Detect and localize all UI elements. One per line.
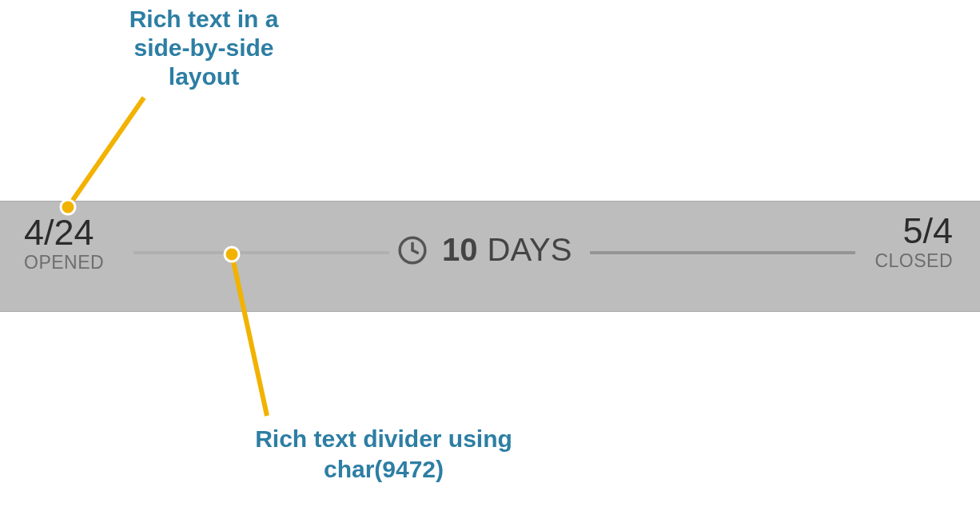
closed-label: CLOSED xyxy=(874,250,953,272)
leader-top xyxy=(68,98,144,207)
annotation-bottom: Rich text divider using char(9472) xyxy=(248,424,520,484)
annotation-top: Rich text in a side-by-side layout xyxy=(100,5,308,91)
duration-group: 10 DAYS xyxy=(397,232,572,268)
clock-icon xyxy=(397,235,428,265)
closed-date: 5/4 xyxy=(874,213,953,249)
opened-label: OPENED xyxy=(24,252,104,273)
timeline-bar: 10 DAYS 5/4 CLOSED xyxy=(0,201,980,312)
opened-block: 4/24 OPENED xyxy=(24,214,104,273)
divider-right xyxy=(590,251,855,254)
closed-block: 5/4 CLOSED xyxy=(874,213,953,272)
duration-unit: DAYS xyxy=(488,232,572,268)
divider-left xyxy=(133,251,389,254)
duration-count: 10 xyxy=(442,232,478,268)
svg-line-2 xyxy=(412,250,417,253)
opened-date: 4/24 xyxy=(24,214,104,250)
